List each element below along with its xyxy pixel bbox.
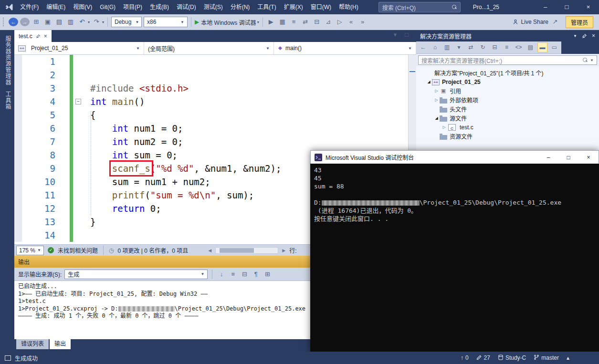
menu-item[interactable]: 编辑(E) <box>42 0 69 14</box>
live-share-button[interactable]: Live Share <box>512 19 548 25</box>
menu-item[interactable]: 窗口(W) <box>307 0 335 14</box>
expand-arrow-icon[interactable]: ▷ <box>433 89 440 93</box>
zoom-dropdown[interactable]: 175 % ▼ <box>16 246 44 255</box>
navigate-back-icon[interactable]: ← <box>9 18 18 26</box>
panel-tab-error-list[interactable]: 错误列表 <box>16 339 49 349</box>
navigate-forward-icon[interactable]: → <box>20 18 30 26</box>
chevron-down-icon[interactable]: ▼ <box>590 58 594 62</box>
menu-item[interactable]: 项目(P) <box>119 0 146 14</box>
close-panel-icon[interactable]: × <box>592 32 595 39</box>
uncomment-icon[interactable]: » <box>358 17 368 27</box>
horizontal-scrollbar[interactable] <box>215 247 278 254</box>
show-all-files-icon[interactable]: ≡ <box>502 43 512 52</box>
scroll-right-icon[interactable]: ▶ <box>282 248 285 253</box>
repository-name[interactable]: Study-C <box>498 354 526 362</box>
configuration-dropdown[interactable]: Debug ▼ <box>111 17 142 27</box>
menu-item[interactable]: 视图(V) <box>69 0 96 14</box>
new-project-icon[interactable]: ⊞ <box>32 17 41 27</box>
line-operations-icon[interactable]: ≡ <box>289 17 299 27</box>
collapse-arrow-icon[interactable]: ◢ <box>433 116 440 120</box>
breakpoint-margin[interactable] <box>14 82 22 95</box>
refresh-icon[interactable]: ↻ <box>478 43 488 52</box>
branch-name[interactable]: master <box>534 354 559 362</box>
breakpoint-margin[interactable] <box>14 215 22 229</box>
document-tab-test-c[interactable]: test.c × <box>14 30 52 42</box>
platform-dropdown[interactable]: x86 ▼ <box>144 17 188 27</box>
collapse-all-icon[interactable]: ⊟ <box>490 43 500 52</box>
close-tab-icon[interactable]: × <box>44 33 47 40</box>
expand-arrow-icon[interactable]: ▷ <box>441 125 447 129</box>
message-list-icon[interactable]: ≡ <box>228 270 238 279</box>
breakpoint-margin[interactable] <box>14 175 22 188</box>
collapse-arrow-icon[interactable]: ◢ <box>426 80 432 84</box>
tree-item[interactable]: ▷test.c <box>416 123 599 132</box>
menu-item[interactable]: 分析(N) <box>227 0 254 14</box>
save-all-icon[interactable]: ▥ <box>66 17 75 27</box>
undo-icon[interactable]: ↶ <box>77 17 87 27</box>
tree-item[interactable]: 头文件 <box>416 104 599 114</box>
track-active-item-icon[interactable]: ▭ <box>549 43 559 52</box>
switch-header-source-icon[interactable]: ⇄ <box>301 17 310 27</box>
toggle-autoscroll-icon[interactable]: ⊞ <box>263 270 272 279</box>
pending-edits-counter[interactable]: 27 <box>476 354 490 362</box>
horizontal-scrollbar-thumb[interactable] <box>220 248 254 253</box>
tree-item[interactable]: ◢源文件 <box>416 114 599 123</box>
breakpoint-margin[interactable] <box>14 148 22 162</box>
breakpoint-margin[interactable] <box>14 229 22 242</box>
sidebar-tab-toolbox[interactable]: 工具箱 <box>4 91 12 110</box>
share-icon[interactable]: ↗ <box>550 17 560 27</box>
collapse-region-icon[interactable]: ⊟ <box>312 17 322 27</box>
sidebar-tab-server-explorer[interactable]: 服务器资源管理器 <box>4 36 12 85</box>
redo-icon[interactable]: ↷ <box>92 17 101 27</box>
breakpoint-margin[interactable] <box>14 122 22 135</box>
chevron-up-icon[interactable]: ▴ <box>567 354 569 361</box>
expand-arrow-icon[interactable]: ▷ <box>433 98 440 102</box>
breakpoint-margin[interactable] <box>14 135 22 148</box>
toolbar-grip[interactable] <box>3 18 5 26</box>
solution-configurations-icon[interactable]: ▦ <box>278 17 287 27</box>
collapse-toggle-icon[interactable]: − <box>75 99 81 104</box>
menu-item[interactable]: 扩展(X) <box>280 0 307 14</box>
breakpoint-margin[interactable] <box>14 162 22 175</box>
run-tests-icon[interactable]: ⊿ <box>324 17 333 27</box>
console-title-bar[interactable]: Microsoft Visual Studio 调试控制台 – □ × <box>310 150 599 164</box>
debug-target-caret-icon[interactable]: ▾ <box>257 20 259 24</box>
view-code-icon[interactable]: <> <box>514 43 524 52</box>
breakpoint-margin[interactable] <box>14 55 22 68</box>
word-wrap-icon[interactable]: ¶ <box>251 270 261 279</box>
document-list-icon[interactable]: ▾ <box>390 30 400 40</box>
scroll-left-icon[interactable]: ◀ <box>208 248 211 253</box>
panel-tab-output[interactable]: 输出 <box>50 339 71 349</box>
performance-profiler-icon[interactable]: ▶ <box>266 17 276 27</box>
debug-target-button[interactable]: 本地 Windows 调试器 <box>201 18 256 26</box>
sync-with-active-document-icon[interactable]: ⇄ <box>466 43 476 52</box>
pin-icon[interactable] <box>36 34 41 39</box>
solution-explorer-header[interactable]: 解决方案资源管理器 ▼ × <box>416 30 599 42</box>
breakpoint-margin[interactable] <box>14 108 22 122</box>
member-dropdown[interactable]: main() ▼ <box>274 42 416 54</box>
window-position-icon[interactable]: □ <box>402 30 411 40</box>
minimize-button[interactable]: – <box>535 0 556 14</box>
maximize-button[interactable]: □ <box>558 151 578 164</box>
close-button[interactable]: × <box>578 0 599 14</box>
pin-icon[interactable] <box>582 33 587 39</box>
preview-selected-items-icon[interactable]: ▬ <box>537 42 547 52</box>
breakpoint-margin[interactable] <box>14 188 22 202</box>
views-dropdown-icon[interactable]: ▾ <box>454 43 464 52</box>
close-button[interactable]: × <box>578 151 599 164</box>
output-source-dropdown[interactable]: 生成 ▼ <box>64 270 208 279</box>
maximize-button[interactable]: □ <box>556 0 578 14</box>
dropdown-caret-icon[interactable]: ▾ <box>102 20 104 24</box>
tree-item[interactable]: 解决方案"Project_01_25"(1 个项目/共 1 个) <box>416 68 599 77</box>
chevron-down-icon[interactable]: ▼ <box>573 34 577 38</box>
breakpoint-margin[interactable] <box>14 68 22 82</box>
collapse-messages-icon[interactable]: ⊟ <box>240 270 249 279</box>
scope-dropdown[interactable]: (全局范围) ▼ <box>144 42 274 54</box>
dropdown-caret-icon[interactable]: ▾ <box>88 20 90 24</box>
open-file-icon[interactable]: ▣ <box>43 17 53 27</box>
tree-item[interactable]: 资源文件 <box>416 132 599 141</box>
project-dropdown[interactable]: Project_01_25 ▼ <box>14 42 144 54</box>
menu-item[interactable]: Git(G) <box>96 0 119 14</box>
comment-icon[interactable]: « <box>347 17 356 27</box>
solution-search-input[interactable]: 搜索解决方案资源管理器(Ctrl+;) ▼ <box>418 55 597 65</box>
